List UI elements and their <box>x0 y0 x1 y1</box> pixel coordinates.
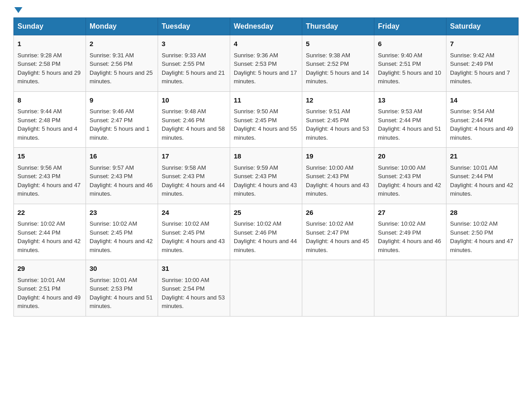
day-number: 16 <box>90 151 154 162</box>
day-cell: 15 Sunrise: 9:56 AMSunset: 2:43 PMDaylig… <box>14 148 86 204</box>
day-info: Sunrise: 9:53 AMSunset: 2:44 PMDaylight:… <box>378 108 441 141</box>
day-number: 4 <box>234 39 298 49</box>
week-row-2: 8 Sunrise: 9:44 AMSunset: 2:48 PMDayligh… <box>14 91 519 148</box>
day-number: 31 <box>162 264 226 274</box>
day-cell: 24 Sunrise: 10:02 AMSunset: 2:45 PMDayli… <box>158 204 230 260</box>
calendar-header-row: SundayMondayTuesdayWednesdayThursdayFrid… <box>14 18 519 35</box>
day-number: 18 <box>234 151 298 162</box>
day-number: 29 <box>17 264 82 274</box>
day-number: 22 <box>17 208 82 218</box>
day-cell: 8 Sunrise: 9:44 AMSunset: 2:48 PMDayligh… <box>14 91 86 148</box>
day-info: Sunrise: 10:00 AMSunset: 2:43 PMDaylight… <box>306 164 369 197</box>
column-header-thursday: Thursday <box>302 18 374 35</box>
day-cell: 7 Sunrise: 9:42 AMSunset: 2:49 PMDayligh… <box>446 35 519 92</box>
day-cell: 19 Sunrise: 10:00 AMSunset: 2:43 PMDayli… <box>302 148 374 204</box>
day-info: Sunrise: 9:44 AMSunset: 2:48 PMDaylight:… <box>17 108 77 141</box>
day-info: Sunrise: 9:48 AMSunset: 2:46 PMDaylight:… <box>162 108 225 141</box>
day-info: Sunrise: 9:46 AMSunset: 2:47 PMDaylight:… <box>90 108 150 141</box>
day-number: 21 <box>450 151 515 162</box>
day-info: Sunrise: 10:02 AMSunset: 2:50 PMDaylight… <box>450 220 513 253</box>
day-cell <box>446 260 519 317</box>
day-cell <box>374 260 446 317</box>
day-info: Sunrise: 9:58 AMSunset: 2:43 PMDaylight:… <box>162 164 225 197</box>
day-info: Sunrise: 9:51 AMSunset: 2:45 PMDaylight:… <box>306 108 369 141</box>
day-cell: 23 Sunrise: 10:02 AMSunset: 2:45 PMDayli… <box>86 204 158 260</box>
day-number: 12 <box>306 95 370 106</box>
calendar-table: SundayMondayTuesdayWednesdayThursdayFrid… <box>13 17 519 317</box>
page-header <box>13 9 519 13</box>
day-cell: 18 Sunrise: 9:59 AMSunset: 2:43 PMDaylig… <box>230 148 302 204</box>
day-cell: 31 Sunrise: 10:00 AMSunset: 2:54 PMDayli… <box>158 260 230 317</box>
column-header-friday: Friday <box>374 18 446 35</box>
day-cell: 11 Sunrise: 9:50 AMSunset: 2:45 PMDaylig… <box>230 91 302 148</box>
day-info: Sunrise: 10:02 AMSunset: 2:47 PMDaylight… <box>306 220 369 253</box>
column-header-saturday: Saturday <box>446 18 519 35</box>
day-cell: 20 Sunrise: 10:00 AMSunset: 2:43 PMDayli… <box>374 148 446 204</box>
day-number: 30 <box>90 264 154 274</box>
day-info: Sunrise: 10:01 AMSunset: 2:53 PMDaylight… <box>90 277 153 310</box>
column-header-wednesday: Wednesday <box>230 18 302 35</box>
day-info: Sunrise: 9:54 AMSunset: 2:44 PMDaylight:… <box>450 108 513 141</box>
day-number: 19 <box>306 151 370 162</box>
day-cell: 29 Sunrise: 10:01 AMSunset: 2:51 PMDayli… <box>14 260 86 317</box>
day-info: Sunrise: 10:01 AMSunset: 2:44 PMDaylight… <box>450 164 513 197</box>
day-number: 11 <box>234 95 298 106</box>
day-number: 20 <box>378 151 442 162</box>
day-number: 28 <box>450 208 515 218</box>
day-cell: 27 Sunrise: 10:02 AMSunset: 2:49 PMDayli… <box>374 204 446 260</box>
week-row-1: 1 Sunrise: 9:28 AMSunset: 2:58 PMDayligh… <box>14 35 519 92</box>
day-info: Sunrise: 9:42 AMSunset: 2:49 PMDaylight:… <box>450 52 510 85</box>
day-number: 17 <box>162 151 226 162</box>
day-info: Sunrise: 9:57 AMSunset: 2:43 PMDaylight:… <box>90 164 153 197</box>
day-cell: 3 Sunrise: 9:33 AMSunset: 2:55 PMDayligh… <box>158 35 230 92</box>
day-number: 14 <box>450 95 515 106</box>
day-number: 1 <box>17 39 82 49</box>
day-number: 5 <box>306 39 370 49</box>
day-cell: 5 Sunrise: 9:38 AMSunset: 2:52 PMDayligh… <box>302 35 374 92</box>
day-info: Sunrise: 9:59 AMSunset: 2:43 PMDaylight:… <box>234 164 297 197</box>
day-info: Sunrise: 9:56 AMSunset: 2:43 PMDaylight:… <box>17 164 81 197</box>
day-cell: 16 Sunrise: 9:57 AMSunset: 2:43 PMDaylig… <box>86 148 158 204</box>
day-number: 26 <box>306 208 370 218</box>
column-header-monday: Monday <box>86 18 158 35</box>
day-cell: 6 Sunrise: 9:40 AMSunset: 2:51 PMDayligh… <box>374 35 446 92</box>
day-info: Sunrise: 9:31 AMSunset: 2:56 PMDaylight:… <box>90 52 153 85</box>
day-info: Sunrise: 9:50 AMSunset: 2:45 PMDaylight:… <box>234 108 297 141</box>
day-info: Sunrise: 10:01 AMSunset: 2:51 PMDaylight… <box>17 277 81 310</box>
day-number: 2 <box>90 39 154 49</box>
logo-arrow-icon <box>14 7 22 13</box>
day-info: Sunrise: 9:33 AMSunset: 2:55 PMDaylight:… <box>162 52 225 85</box>
day-info: Sunrise: 9:36 AMSunset: 2:53 PMDaylight:… <box>234 52 297 85</box>
day-info: Sunrise: 10:02 AMSunset: 2:45 PMDaylight… <box>90 220 153 253</box>
day-cell: 4 Sunrise: 9:36 AMSunset: 2:53 PMDayligh… <box>230 35 302 92</box>
day-number: 8 <box>17 95 82 106</box>
logo <box>13 9 22 13</box>
day-cell: 14 Sunrise: 9:54 AMSunset: 2:44 PMDaylig… <box>446 91 519 148</box>
day-cell: 26 Sunrise: 10:02 AMSunset: 2:47 PMDayli… <box>302 204 374 260</box>
day-cell: 25 Sunrise: 10:02 AMSunset: 2:46 PMDayli… <box>230 204 302 260</box>
day-number: 24 <box>162 208 226 218</box>
day-cell <box>230 260 302 317</box>
day-number: 25 <box>234 208 298 218</box>
column-header-sunday: Sunday <box>14 18 86 35</box>
day-number: 13 <box>378 95 442 106</box>
day-cell: 30 Sunrise: 10:01 AMSunset: 2:53 PMDayli… <box>86 260 158 317</box>
day-number: 23 <box>90 208 154 218</box>
day-number: 6 <box>378 39 442 49</box>
day-cell: 28 Sunrise: 10:02 AMSunset: 2:50 PMDayli… <box>446 204 519 260</box>
day-number: 3 <box>162 39 226 49</box>
day-info: Sunrise: 9:40 AMSunset: 2:51 PMDaylight:… <box>378 52 441 85</box>
day-info: Sunrise: 9:38 AMSunset: 2:52 PMDaylight:… <box>306 52 369 85</box>
day-info: Sunrise: 10:00 AMSunset: 2:54 PMDaylight… <box>162 277 225 310</box>
day-number: 7 <box>450 39 515 49</box>
day-cell: 22 Sunrise: 10:02 AMSunset: 2:44 PMDayli… <box>14 204 86 260</box>
day-number: 27 <box>378 208 442 218</box>
day-info: Sunrise: 10:02 AMSunset: 2:44 PMDaylight… <box>17 220 81 253</box>
day-cell: 17 Sunrise: 9:58 AMSunset: 2:43 PMDaylig… <box>158 148 230 204</box>
day-info: Sunrise: 10:00 AMSunset: 2:43 PMDaylight… <box>378 164 441 197</box>
column-header-tuesday: Tuesday <box>158 18 230 35</box>
week-row-4: 22 Sunrise: 10:02 AMSunset: 2:44 PMDayli… <box>14 204 519 260</box>
day-cell: 2 Sunrise: 9:31 AMSunset: 2:56 PMDayligh… <box>86 35 158 92</box>
day-cell: 12 Sunrise: 9:51 AMSunset: 2:45 PMDaylig… <box>302 91 374 148</box>
day-number: 15 <box>17 151 82 162</box>
